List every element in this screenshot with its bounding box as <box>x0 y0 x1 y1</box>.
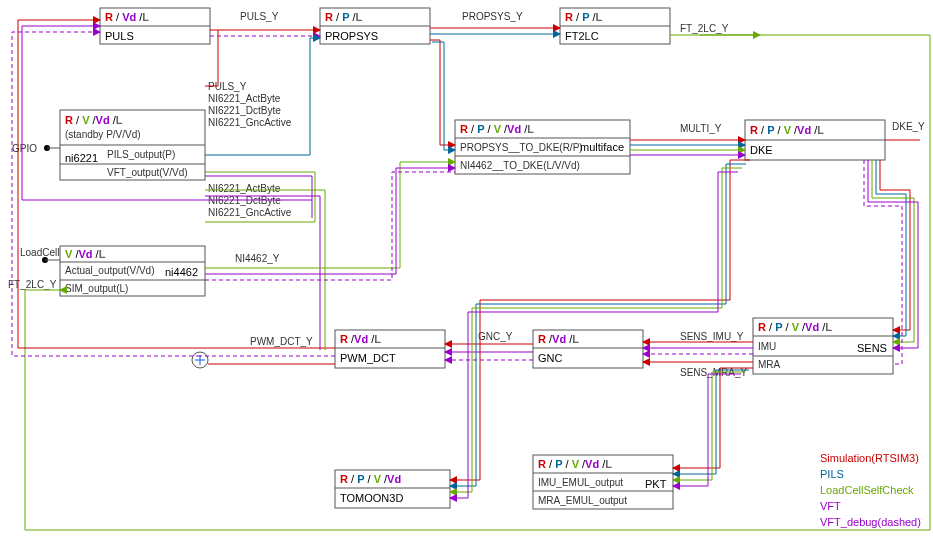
block-pkt: R / P / V /Vd /L IMU_EMUL_output MRA_EMU… <box>533 455 673 509</box>
ni6221-in-3: NI6221_GncActive <box>208 117 292 128</box>
svg-text:MRA_EMUL_output: MRA_EMUL_output <box>538 495 627 506</box>
dke-title: DKE <box>750 144 773 156</box>
edge-ft2lc-y: FT_2LC_Y <box>680 23 729 34</box>
svg-text:R / P / V /Vd /L: R / P / V /Vd /L <box>460 123 534 135</box>
svg-text:Actual_output(V/Vd): Actual_output(V/Vd) <box>65 265 155 276</box>
block-tomoon3d: R / P / V /Vd TOMOON3D <box>335 470 450 508</box>
svg-text:R / P /L: R / P /L <box>325 11 363 23</box>
svg-text:R / P / V /Vd: R / P / V /Vd <box>340 473 401 485</box>
puls-title: PULS <box>105 30 134 42</box>
svg-text:R /Vd /L: R /Vd /L <box>538 333 579 345</box>
edge-puls-y: PULS_Y <box>240 11 279 22</box>
svg-text:R / Vd /L: R / Vd /L <box>105 11 149 23</box>
block-multiface: R / P / V /Vd /L PROPSYS__TO_DKE(R/P) NI… <box>455 120 630 174</box>
block-diagram: R / Vd /L PULS R / P /L PROPSYS R / P /L… <box>0 0 933 543</box>
ft2lc-in-label: FT_2LC_Y <box>8 279 57 290</box>
block-sens: R / P / V /Vd /L IMU MRA SENS <box>753 318 893 374</box>
legend-vft: VFT <box>820 500 841 512</box>
edge-multi-y: MULTI_Y <box>680 123 722 134</box>
svg-text:IMU: IMU <box>758 341 776 352</box>
block-ni6221: R / V /Vd /L (standby P/V/Vd) PILS_outpu… <box>60 110 205 180</box>
tomoon3d-title: TOMOON3D <box>340 492 403 504</box>
svg-text:V /Vd /L: V /Vd /L <box>65 248 106 260</box>
svg-text:VFT_output(V/Vd): VFT_output(V/Vd) <box>107 167 188 178</box>
svg-text:MRA: MRA <box>758 359 781 370</box>
gnc-title: GNC <box>538 352 563 364</box>
pwmdct-title: PWM_DCT <box>340 352 396 364</box>
ni6221-title: ni6221 <box>65 152 98 164</box>
edge-ni4462-y: NI4462_Y <box>235 253 280 264</box>
edge-dke-y: DKE_Y <box>892 121 925 132</box>
ft2lc-title: FT2LC <box>565 30 599 42</box>
ni4462-title: ni4462 <box>165 266 198 278</box>
gpio-label: GPIO <box>12 143 37 154</box>
legend-vftd: VFT_debug(dashed) <box>820 516 921 528</box>
legend-sim: Simulation(RTSIM3) <box>820 452 919 464</box>
block-ni4462: V /Vd /L Actual_output(V/Vd) SIM_output(… <box>60 246 205 296</box>
multiface-title: multiface <box>580 141 624 153</box>
svg-text:SIM_output(L): SIM_output(L) <box>65 283 128 294</box>
svg-text:R / P / V /Vd /L: R / P / V /Vd /L <box>538 458 612 470</box>
block-propsys: R / P /L PROPSYS <box>320 8 430 44</box>
legend-loadcell: LoadCellSelfCheck <box>820 484 914 496</box>
svg-text:R / P / V /Vd /L: R / P / V /Vd /L <box>758 321 832 333</box>
block-puls: R / Vd /L PULS <box>100 8 210 44</box>
svg-text:PROPSYS__TO_DKE(R/P): PROPSYS__TO_DKE(R/P) <box>460 142 583 153</box>
block-ft2lc: R / P /L FT2LC <box>560 8 670 44</box>
svg-text:IMU_EMUL_output: IMU_EMUL_output <box>538 477 623 488</box>
legend-pils: PILS <box>820 468 844 480</box>
svg-text:PILS_output(P): PILS_output(P) <box>107 149 175 160</box>
ni6221-in-2: NI6221_DctByte <box>208 105 281 116</box>
block-gnc: R /Vd /L GNC <box>533 330 643 368</box>
edge-propsys-y: PROPSYS_Y <box>462 11 523 22</box>
sens-title: SENS <box>857 342 887 354</box>
edge-gnc-y: GNC_Y <box>478 331 513 342</box>
sum-junction <box>192 352 208 368</box>
edge-sens-imu: SENS_IMU_Y <box>680 331 744 342</box>
ni6221-in-1: NI6221_ActByte <box>208 93 281 104</box>
svg-text:NI4462__TO_DKE(L/V/Vd): NI4462__TO_DKE(L/V/Vd) <box>460 160 580 171</box>
propsys-title: PROPSYS <box>325 30 378 42</box>
svg-text:R / V /Vd /L: R / V /Vd /L <box>65 114 123 126</box>
ni6221-out-0: NI6221_ActByte <box>208 183 281 194</box>
legend: Simulation(RTSIM3) PILS LoadCellSelfChec… <box>820 452 921 528</box>
pkt-title: PKT <box>645 478 667 490</box>
loadcell-label: LoadCell <box>20 247 59 258</box>
block-pwmdct: R /Vd /L PWM_DCT <box>335 330 445 368</box>
ni6221-out-2: NI6221_GncActive <box>208 207 292 218</box>
block-dke: R / P / V /Vd /L DKE <box>745 120 885 160</box>
svg-text:R /Vd /L: R /Vd /L <box>340 333 381 345</box>
svg-text:R / P / V /Vd /L: R / P / V /Vd /L <box>750 124 824 136</box>
svg-text:(standby P/V/Vd): (standby P/V/Vd) <box>65 129 141 140</box>
svg-text:R / P /L: R / P /L <box>565 11 603 23</box>
edge-pwmdct-y: PWM_DCT_Y <box>250 336 313 347</box>
